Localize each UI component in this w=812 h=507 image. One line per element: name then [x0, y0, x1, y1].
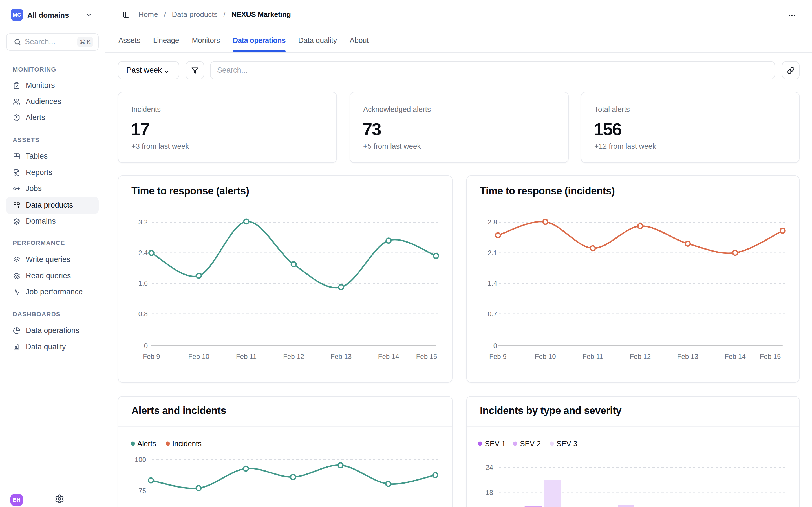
svg-text:Feb 10: Feb 10 [188, 353, 209, 360]
svg-text:Feb 10: Feb 10 [535, 353, 556, 360]
svg-text:24: 24 [486, 464, 493, 471]
svg-text:Feb 9: Feb 9 [143, 353, 160, 360]
svg-text:Feb 11: Feb 11 [236, 353, 257, 360]
svg-text:Feb 15: Feb 15 [416, 353, 437, 360]
svg-text:0: 0 [144, 342, 148, 349]
svg-text:SEV-1: SEV-1 [485, 439, 506, 448]
svg-text:2.8: 2.8 [488, 218, 497, 226]
svg-text:2.4: 2.4 [139, 249, 148, 257]
svg-text:Feb 9: Feb 9 [489, 353, 506, 360]
svg-text:0: 0 [493, 342, 497, 349]
svg-text:SEV-2: SEV-2 [520, 439, 541, 448]
svg-text:Feb 15: Feb 15 [760, 353, 781, 360]
svg-text:Incidents: Incidents [172, 439, 202, 448]
svg-text:Feb 13: Feb 13 [677, 353, 698, 360]
svg-text:3.2: 3.2 [139, 218, 148, 226]
svg-text:Feb 14: Feb 14 [378, 353, 399, 360]
svg-text:1.6: 1.6 [139, 279, 148, 287]
svg-text:Feb 13: Feb 13 [331, 353, 352, 360]
svg-text:Feb 14: Feb 14 [725, 353, 746, 360]
svg-text:18: 18 [486, 489, 493, 496]
svg-text:Alerts: Alerts [137, 439, 156, 448]
svg-text:Feb 11: Feb 11 [582, 353, 603, 360]
svg-text:SEV-3: SEV-3 [557, 439, 577, 448]
svg-text:75: 75 [139, 487, 146, 495]
svg-text:Feb 12: Feb 12 [629, 353, 651, 360]
svg-text:2.1: 2.1 [488, 249, 497, 257]
svg-text:100: 100 [135, 456, 146, 463]
svg-text:0.7: 0.7 [488, 310, 497, 318]
svg-text:1.4: 1.4 [488, 279, 497, 287]
svg-text:0.8: 0.8 [139, 310, 148, 318]
svg-text:Feb 12: Feb 12 [283, 353, 304, 360]
